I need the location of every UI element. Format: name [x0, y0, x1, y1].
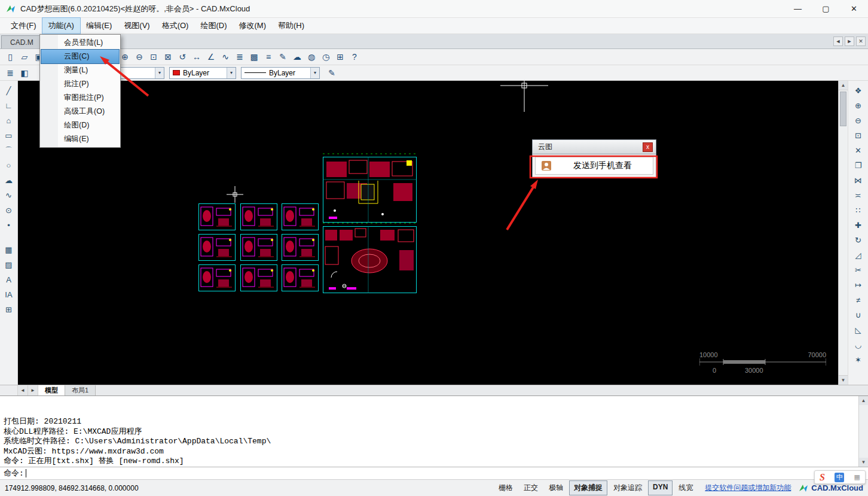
sheet-prev-icon[interactable]: ◄	[18, 385, 28, 395]
scroll-up-icon[interactable]: ▲	[859, 396, 868, 405]
web-icon[interactable]: ◍	[304, 50, 319, 63]
time-icon[interactable]: ◷	[319, 50, 333, 63]
toggle-lineweight[interactable]: 线宽	[674, 480, 698, 495]
ellipse-tool-icon[interactable]: ⊙	[2, 203, 16, 217]
new-file-icon[interactable]: ▯	[3, 50, 17, 63]
measure-distance-icon[interactable]: ↔	[190, 50, 204, 63]
layer-states-icon[interactable]: ◧	[17, 66, 32, 80]
zoom-window-icon[interactable]: ⊡	[146, 50, 161, 63]
dropdown-item-review-annotate[interactable]: 审图批注(P)	[41, 91, 119, 105]
erase-icon[interactable]: ✕	[851, 144, 866, 157]
chevron-down-icon[interactable]: ▾	[155, 68, 164, 78]
maximize-button[interactable]: ▢	[812, 0, 840, 17]
color-icon[interactable]: ▩	[247, 50, 261, 63]
close-button[interactable]: ✕	[840, 0, 868, 17]
layers-icon[interactable]: ≣	[233, 50, 247, 63]
close-icon[interactable]: x	[643, 142, 653, 152]
fillet-icon[interactable]: ◡	[851, 338, 866, 352]
spline-tool-icon[interactable]: ∿	[2, 188, 16, 202]
point-tool-icon[interactable]: •	[2, 218, 16, 232]
scrollbar-thumb[interactable]	[840, 92, 846, 126]
drawing-canvas[interactable]: 10000 70000 0 30000 云图 x	[18, 81, 838, 385]
scroll-down-icon[interactable]: ▼	[839, 375, 848, 385]
join-icon[interactable]: ∪	[851, 308, 866, 322]
rectangle-tool-icon[interactable]: ▭	[2, 129, 16, 142]
scale-icon[interactable]: ◿	[851, 248, 866, 262]
help-icon[interactable]: ?	[347, 50, 362, 63]
toggle-osnap[interactable]: 对象捕捉	[569, 480, 607, 495]
match-properties-icon[interactable]: ✎	[276, 50, 290, 63]
zoom-previous-icon[interactable]: ↺	[175, 50, 190, 63]
circle-tool-icon[interactable]: ○	[2, 159, 16, 172]
keyboard-icon[interactable]: ▦	[854, 473, 860, 481]
toggle-grid[interactable]: 栅格	[494, 480, 518, 495]
zoom-extents-icon[interactable]: ⊠	[161, 50, 175, 63]
feedback-link[interactable]: 提交软件问题或增加新功能	[705, 483, 791, 493]
tab-prev-icon[interactable]: ◄	[833, 36, 843, 46]
dropdown-item-advanced-tools[interactable]: 高级工具(O)	[41, 105, 119, 118]
minimize-button[interactable]: —	[784, 0, 812, 17]
linetype-icon[interactable]: ≡	[261, 50, 276, 63]
chamfer-icon[interactable]: ◺	[851, 323, 866, 337]
toggle-dyn[interactable]: DYN	[648, 480, 673, 495]
array-icon[interactable]: ∷	[851, 203, 866, 217]
explode-icon[interactable]: ✶	[851, 353, 866, 367]
menu-edit[interactable]: 编辑(E)	[80, 18, 118, 34]
table-tool-icon[interactable]: ⊞	[2, 303, 16, 317]
scroll-up-icon[interactable]: ▲	[839, 81, 848, 90]
text-tool-icon[interactable]: A	[2, 273, 16, 287]
break-icon[interactable]: ≠	[851, 293, 866, 307]
horizontal-scrollbar-track[interactable]	[96, 385, 868, 395]
zoom-in-icon[interactable]: ⊕	[851, 99, 866, 112]
menu-modify[interactable]: 修改(M)	[233, 18, 272, 34]
layer-manager-icon[interactable]: ≣	[3, 66, 17, 80]
ime-language-icon[interactable]: 中	[835, 473, 844, 482]
send-to-phone-button[interactable]: 发送到手机查看	[535, 157, 653, 175]
block-insert-icon[interactable]: ▦	[2, 243, 16, 257]
dropdown-item-edit[interactable]: 编辑(E)	[41, 132, 119, 146]
open-file-icon[interactable]: ▱	[17, 50, 32, 63]
color-select[interactable]: ByLayer ▾	[169, 67, 236, 79]
toggle-otrack[interactable]: 对象追踪	[609, 480, 647, 495]
mirror-icon[interactable]: ⋈	[851, 174, 866, 187]
tab-next-icon[interactable]: ►	[845, 36, 854, 46]
chevron-down-icon[interactable]: ▾	[310, 68, 319, 78]
polyline-tool-icon[interactable]: ∟	[2, 99, 16, 112]
command-scrollbar[interactable]: ▲ ▼	[858, 396, 868, 467]
chevron-down-icon[interactable]: ▾	[227, 68, 236, 78]
scroll-down-icon[interactable]: ▼	[859, 458, 868, 467]
offset-icon[interactable]: ≍	[851, 188, 866, 202]
toggle-polar[interactable]: 极轴	[544, 480, 568, 495]
cloud-icon[interactable]: ☁	[290, 50, 304, 63]
dropdown-item-annotate[interactable]: 批注(P)	[41, 77, 119, 91]
match-properties-icon[interactable]: ✎	[325, 66, 339, 80]
menu-view[interactable]: 视图(V)	[118, 18, 155, 34]
move-icon[interactable]: ✚	[851, 218, 866, 232]
hatch-tool-icon[interactable]: ▨	[2, 258, 16, 272]
command-input[interactable]: 命令:	[0, 467, 868, 479]
menu-help[interactable]: 帮助(H)	[272, 18, 310, 34]
trim-icon[interactable]: ✂	[851, 263, 866, 277]
sheet-tab-layout1[interactable]: 布局1	[65, 385, 96, 395]
mtext-tool-icon[interactable]: IA	[2, 288, 16, 302]
menu-draw[interactable]: 绘图(D)	[194, 18, 233, 34]
table-icon[interactable]: ⊞	[333, 50, 347, 63]
menu-function[interactable]: 功能(A)	[42, 18, 80, 34]
rotate-icon[interactable]: ↻	[851, 233, 866, 247]
dropdown-item-draw[interactable]: 绘图(D)	[41, 118, 119, 132]
menu-format[interactable]: 格式(O)	[156, 18, 195, 34]
zoom-out-icon[interactable]: ⊖	[851, 114, 866, 127]
revision-cloud-tool-icon[interactable]: ☁	[2, 174, 16, 187]
zoom-out-icon[interactable]: ⊖	[132, 50, 146, 63]
menu-file[interactable]: 文件(F)	[5, 18, 42, 34]
extend-icon[interactable]: ↦	[851, 278, 866, 292]
dropdown-item-measure[interactable]: 测量(L)	[41, 63, 119, 77]
line-tool-icon[interactable]: ╱	[2, 84, 16, 98]
canvas-vertical-scrollbar[interactable]: ▲ ▼	[838, 81, 848, 385]
copy-icon[interactable]: ❐	[851, 159, 866, 172]
arc-tool-icon[interactable]: ⌒	[2, 144, 16, 157]
sheet-next-icon[interactable]: ►	[28, 385, 38, 395]
cloud-palette-titlebar[interactable]: 云图 x	[532, 139, 656, 154]
sheet-tab-model[interactable]: 模型	[38, 385, 65, 395]
linetype-select[interactable]: ByLayer ▾	[241, 67, 320, 79]
